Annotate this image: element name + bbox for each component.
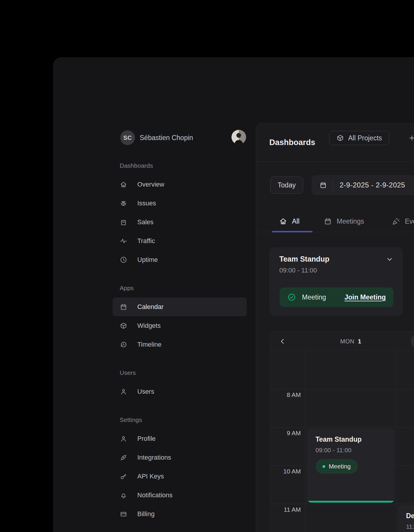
calendar-event-design-review[interactable]: Design Review 11:00 - 13:00 Meeting (398, 505, 414, 532)
tabs-hairline (256, 232, 414, 232)
meeting-badge-label: Meeting (302, 293, 326, 301)
activity-icon (120, 237, 127, 245)
grid-vline (306, 351, 306, 532)
sidebar-item-sales[interactable]: Sales (113, 213, 247, 232)
date-range-value: 2-9-2025 - 2-9-2025 (340, 181, 405, 189)
tab-label: Meetings (337, 217, 364, 225)
event-time: 09:00 - 11:00 (315, 447, 351, 454)
person-icon (120, 388, 127, 395)
divider (333, 180, 333, 190)
sidebar-item-label: Users (137, 388, 154, 395)
all-projects-label: All Projects (348, 134, 382, 142)
user-initials-avatar[interactable]: SC (120, 130, 135, 145)
grid-hline (270, 427, 414, 428)
tab-events[interactable]: Events (392, 212, 414, 231)
sidebar-item-integrations[interactable]: Integrations (113, 448, 247, 467)
nav-section-settings: Settings Profile Integrations API Keys N… (113, 410, 247, 523)
calendar-event-team-standup[interactable]: Team Standup 09:00 - 11:00 Meeting (307, 428, 395, 503)
meeting-banner: Meeting Join Meeting (280, 287, 393, 307)
hour-label: 11 AM (270, 506, 301, 513)
sidebar-item-label: Issues (137, 200, 156, 207)
sidebar-item-profile[interactable]: Profile (113, 429, 247, 448)
event-card-title: Team Standup (279, 255, 329, 263)
tag-dot (323, 465, 325, 468)
chevron-left-icon[interactable] (278, 337, 287, 346)
calendar-icon (324, 217, 332, 225)
day-header-mon[interactable]: MON 1 (306, 332, 396, 351)
tab-all[interactable]: All (279, 212, 300, 231)
day-header-tue-active[interactable]: TUE 2 (411, 334, 414, 348)
sidebar-item-calendar[interactable]: Calendar (113, 297, 247, 316)
bug-icon (120, 200, 127, 207)
sidebar-item-users[interactable]: Users (113, 382, 247, 401)
section-heading-users: Users (113, 363, 247, 382)
sidebar-item-label: Billing (137, 510, 155, 518)
today-button[interactable]: Today (270, 177, 303, 194)
section-heading-dashboards: Dashboards (113, 156, 247, 175)
calendar-icon (120, 303, 127, 311)
sidebar-item-label: Integrations (137, 454, 171, 461)
history-icon (120, 341, 127, 348)
page-title: Dashboards (269, 123, 315, 162)
hour-label: 10 AM (270, 468, 301, 475)
person-icon (120, 435, 127, 443)
day-number: 1 (358, 338, 361, 345)
date-range-picker[interactable]: 2-9-2025 - 2-9-2025 (312, 175, 414, 195)
join-meeting-link[interactable]: Join Meeting (344, 293, 386, 301)
sidebar-item-overview[interactable]: Overview (113, 175, 247, 194)
event-time: 11:00 - 13:00 (406, 523, 414, 530)
nav-section-dashboards: Dashboards Overview Issues Sales Traffic (113, 156, 247, 269)
event-tag-chip: Meeting (315, 459, 358, 474)
hour-label: 9 AM (270, 430, 301, 437)
nav-section-users: Users Users (113, 363, 247, 401)
main-content: Dashboards All Projects new Today 2-9-20… (256, 123, 414, 532)
chevron-down-icon[interactable] (386, 255, 393, 263)
home-icon (120, 181, 127, 188)
sidebar-item-widgets[interactable]: Widgets (113, 316, 247, 335)
sidebar-nav: Dashboards Overview Issues Sales Traffic (113, 156, 247, 523)
sidebar-item-uptime[interactable]: Uptime (113, 250, 247, 269)
sidebar-item-label: Sales (137, 218, 153, 226)
sidebar-item-label: Timeline (137, 341, 161, 348)
new-button[interactable]: new (408, 131, 414, 145)
calendar-grid[interactable]: 8 AM 9 AM 10 AM 11 AM 12 PM 1 PM Team St… (270, 351, 414, 532)
nav-section-apps: Apps Calendar Widgets Timeline (113, 279, 247, 354)
sidebar-item-label: Widgets (137, 322, 161, 330)
sidebar-item-label: Uptime (137, 256, 158, 264)
event-title: Design Review (406, 512, 414, 520)
hour-label: 8 AM (270, 391, 301, 398)
cube-icon (120, 322, 127, 330)
sidebar-item-issues[interactable]: Issues (113, 194, 247, 213)
sidebar-item-label: Profile (137, 435, 156, 443)
event-card-team-standup[interactable]: Team Standup 09:00 - 11:00 Meeting Join … (269, 247, 403, 316)
sidebar-item-notifications[interactable]: Notifications (113, 486, 247, 505)
grid-hline (270, 389, 414, 389)
shopping-bag-icon (120, 218, 127, 226)
plus-icon (408, 134, 414, 142)
calendar-icon (319, 181, 327, 189)
sidebar-item-api-keys[interactable]: API Keys (113, 467, 247, 486)
bell-icon (120, 491, 127, 499)
section-heading-apps: Apps (113, 279, 247, 297)
sidebar-item-label: API Keys (137, 473, 164, 480)
plug-icon (120, 454, 127, 461)
event-title: Team Standup (315, 435, 362, 443)
calendar-header: MON 1 TUE 2 (270, 332, 414, 351)
app-window: SC Sébastien Chopin Dashboards Overview … (53, 57, 414, 532)
sidebar-item-label: Overview (137, 181, 164, 188)
all-projects-button[interactable]: All Projects (329, 131, 389, 145)
event-color-bar (307, 501, 395, 503)
home-icon (279, 217, 287, 225)
check-circle-icon (287, 293, 296, 302)
sidebar-item-traffic[interactable]: Traffic (113, 232, 247, 250)
sidebar-item-billing[interactable]: Billing (113, 505, 247, 523)
tab-meetings[interactable]: Meetings (324, 212, 364, 231)
event-card-time: 09:00 - 11:00 (279, 267, 317, 274)
user-photo-avatar[interactable] (231, 130, 246, 144)
sidebar-item-timeline[interactable]: Timeline (113, 335, 247, 354)
tab-label: All (292, 217, 300, 225)
filter-tabs: All Meetings Events (256, 212, 414, 232)
key-icon (120, 473, 127, 480)
day-name: MON (340, 338, 354, 345)
grid-hline (270, 504, 414, 504)
